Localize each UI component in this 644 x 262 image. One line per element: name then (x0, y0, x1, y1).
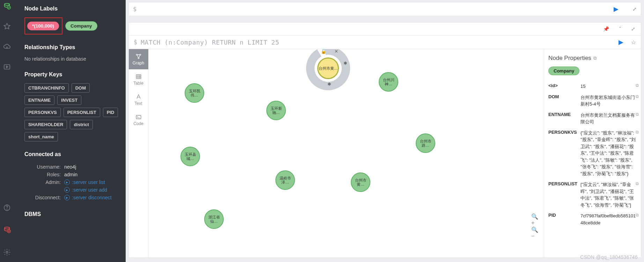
pin-icon[interactable]: 📌 (603, 26, 609, 32)
gear-icon[interactable] (2, 247, 12, 257)
server-user-list-link[interactable]: :server user list (64, 179, 105, 185)
property-keys-heading: Property Keys (24, 71, 119, 78)
copy-icon[interactable]: ⧉ (636, 130, 639, 134)
property-key-chip[interactable]: PERSONLIST (64, 108, 100, 117)
graph-node[interactable]: 台州川神… (379, 72, 398, 92)
tab-text[interactable]: Text (129, 90, 148, 110)
property-key-chip[interactable]: PERSONKVS (24, 108, 61, 117)
graph-canvas[interactable]: 台州市黄… 🔓 ✕ ✱ ✱ 玉环凯伟… 台州川神… 玉环新驰… 玉环县城… 台州… (148, 49, 544, 257)
collapse-up-icon[interactable]: ˄ (619, 26, 621, 32)
props-label-pill[interactable]: Company (548, 67, 579, 75)
property-key-chip[interactable]: SHAREHOLDER (24, 120, 67, 129)
svg-point-5 (5, 227, 10, 229)
graph-node[interactable]: 台州市路… (416, 133, 435, 153)
result-pane: 📌 ˄ ⤢ $ MATCH (n:Company) RETURN n LIMIT… (128, 22, 641, 258)
help-icon[interactable] (2, 203, 12, 213)
svg-point-0 (5, 3, 10, 6)
db-ok-icon[interactable] (2, 1, 12, 11)
expand-result-icon[interactable]: ⤢ (631, 26, 635, 32)
copy-icon[interactable]: ⧉ (636, 83, 639, 88)
viz-tab-rail: Graph Table Text Code (129, 49, 148, 257)
expand-editor-icon[interactable]: ⤢ (632, 6, 637, 12)
result-prompt: $ (134, 39, 137, 46)
svg-point-4 (7, 209, 7, 209)
property-key-chip[interactable]: DOM (72, 83, 90, 93)
property-key-chip[interactable]: ENTNAME (24, 95, 54, 105)
property-key-chip[interactable]: PID (103, 108, 118, 117)
relationship-types-heading: Relationship Types (24, 44, 119, 51)
graph-node[interactable]: 玉环凯伟… (185, 83, 204, 103)
favorite-star-icon[interactable]: ☆ (631, 39, 636, 46)
tab-table[interactable]: Table (129, 69, 148, 90)
roles-value: admin (64, 172, 77, 177)
graph-node[interactable]: 浙江省仙… (204, 209, 224, 229)
zoom-in-button[interactable]: 🔍+ (531, 216, 539, 223)
admin-label: Admin: (27, 179, 64, 185)
copy-icon[interactable]: ⧉ (636, 213, 639, 217)
server-user-add-link[interactable]: :server user add (64, 187, 107, 193)
svg-rect-11 (136, 75, 141, 79)
icon-rail (0, 0, 14, 262)
unlock-icon[interactable]: 🔓 (321, 49, 326, 54)
graph-rel-icon[interactable]: ✱ (342, 60, 348, 66)
graph-node[interactable]: 玉环新驰… (266, 101, 286, 120)
cloud-download-icon[interactable] (2, 42, 12, 52)
svg-point-8 (136, 54, 137, 55)
run-query-button[interactable]: ▶ (614, 5, 619, 13)
expand-node-icon[interactable]: ✱ (326, 81, 332, 87)
copy-all-icon[interactable]: ⧉ (593, 55, 597, 61)
property-key-chip[interactable]: district (70, 120, 92, 129)
play-rect-icon[interactable] (2, 62, 12, 72)
disconnect-label: Disconnect: (27, 195, 64, 200)
copy-icon[interactable]: ⧉ (636, 181, 639, 186)
no-relationships-msg: No relationships in database (24, 56, 119, 62)
server-disconnect-link[interactable]: :server disconnect (64, 195, 112, 200)
company-label-pill[interactable]: Company (65, 21, 97, 31)
username-label: Username: (27, 164, 64, 170)
svg-point-9 (140, 54, 141, 55)
close-icon[interactable]: ✕ (333, 49, 339, 54)
svg-rect-12 (136, 115, 141, 119)
username-value: neo4j (64, 164, 76, 170)
svg-point-7 (6, 251, 8, 253)
main-area: $ ▶ ⤢ 📌 ˄ ⤢ $ MATCH (n:Company) RETURN n… (126, 0, 644, 262)
star-icon[interactable] (2, 22, 12, 31)
executed-query: MATCH (n:Company) RETURN n LIMIT 25 (141, 39, 279, 46)
copy-icon[interactable]: ⧉ (636, 112, 639, 117)
zoom-out-button[interactable]: 🔍− (531, 229, 539, 237)
connected-as-heading: Connected as (24, 151, 119, 157)
watermark: CSDN @qq_1804536746 (580, 254, 638, 260)
editor-prompt: $ (133, 6, 136, 13)
graph-node[interactable]: 台州市黄… (351, 172, 370, 192)
graph-node[interactable]: 玉环县城… (180, 147, 200, 166)
dbms-heading: DBMS (24, 211, 119, 217)
property-key-chip[interactable]: short_name (24, 132, 58, 141)
copy-icon[interactable]: ⧉ (636, 94, 639, 99)
node-properties-panel: Node Properties ⧉ Company <id>15⧉ DOM台州市… (544, 49, 641, 257)
rerun-button[interactable]: ▶ (619, 38, 623, 46)
tab-code[interactable]: Code (129, 110, 148, 130)
property-key-chip[interactable]: INVEST (57, 95, 81, 105)
red-highlight-box: *(100,000) (24, 17, 62, 34)
graph-node[interactable]: 温岭市泽… (275, 170, 295, 190)
roles-label: Roles: (27, 172, 64, 177)
db-err-icon[interactable] (2, 225, 12, 235)
tab-graph[interactable]: Graph (129, 49, 148, 69)
all-nodes-pill[interactable]: *(100,000) (27, 22, 59, 30)
node-labels-heading: Node Labels (24, 6, 119, 12)
editor-bar[interactable]: $ ▶ ⤢ (128, 2, 641, 16)
props-title: Node Properties (548, 55, 591, 62)
sidebar: Node Labels *(100,000) Company Relations… (14, 0, 126, 262)
property-key-chip[interactable]: CTBRANCHINFO (24, 83, 69, 93)
